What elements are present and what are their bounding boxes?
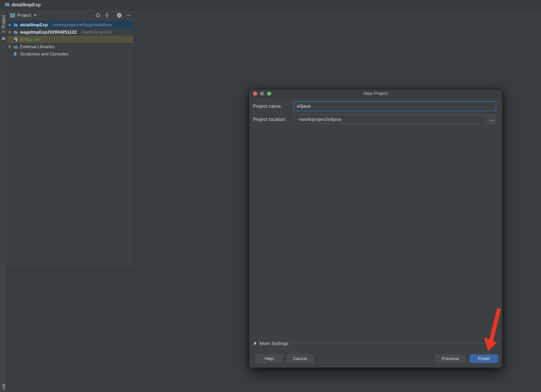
tool-button-structure-partial[interactable]: ure [0, 382, 7, 392]
help-button[interactable]: Help [256, 354, 282, 363]
tree-item-label: e9App.iml [20, 37, 40, 42]
tree-item-label: detailImpExp [20, 22, 48, 27]
cancel-button[interactable]: Cancel [286, 354, 313, 363]
browse-button[interactable]: ... [488, 114, 496, 124]
tree-item-label: wageImpExp202004251122 [20, 30, 77, 35]
expand-arrow-icon[interactable] [8, 23, 11, 26]
panel-header-toolbar [95, 10, 132, 21]
module-file-icon [13, 37, 18, 42]
expand-arrow-icon [254, 341, 257, 345]
finish-button[interactable]: Finish [470, 354, 498, 363]
expand-arrow-icon[interactable] [8, 45, 11, 48]
new-project-dialog: New Project Project name: Project locati… [249, 90, 502, 368]
project-panel-header: Project [7, 10, 134, 21]
project-location-label: Project location: [253, 117, 286, 122]
stripe-folder-icon [2, 37, 6, 41]
ide-titlebar: detailImpExp [0, 0, 541, 10]
close-window-icon[interactable] [253, 92, 257, 96]
tree-item-path: ~/work/project/e9App/detailImp [51, 22, 112, 27]
project-tree: detailImpExp ~/work/project/e9App/detail… [7, 21, 134, 57]
project-folder-icon [5, 2, 10, 7]
settings-gear-icon[interactable] [116, 12, 123, 18]
tree-row-external-libraries[interactable]: External Libraries [7, 43, 134, 50]
project-name-input[interactable] [294, 101, 496, 111]
project-view-label: Project [17, 13, 31, 18]
tree-row-detailimpexp[interactable]: detailImpExp ~/work/project/e9App/detail… [7, 21, 134, 28]
project-name-label: Project name: [253, 104, 282, 109]
window-title: detailImpExp [11, 2, 41, 8]
previous-button[interactable]: Previous [436, 354, 465, 363]
minimize-window-icon [260, 92, 264, 96]
tree-row-wageimpexp[interactable]: wageImpExp202004251122 ~/work/project/w [7, 28, 134, 36]
more-settings-expander[interactable]: More Settings [254, 341, 498, 346]
expand-arrow-icon[interactable] [8, 31, 11, 34]
project-view-selector[interactable]: Project [10, 13, 37, 18]
tree-item-label: Scratches and Consoles [20, 52, 68, 57]
tool-window-stripe [0, 10, 7, 392]
project-view-square-icon [10, 13, 15, 17]
chevron-down-icon [34, 14, 37, 16]
project-folder-icon [13, 30, 18, 34]
tree-row-e9app-iml[interactable]: e9App.iml [7, 36, 134, 43]
project-panel: Project [7, 10, 134, 267]
toolbar-separator [113, 12, 113, 18]
hide-panel-icon[interactable] [126, 12, 132, 18]
locate-icon[interactable] [95, 12, 101, 18]
tree-item-label: External Libraries [20, 44, 55, 49]
collapse-all-icon[interactable] [104, 12, 110, 18]
project-folder-icon [13, 23, 18, 27]
dialog-title: New Project [364, 91, 388, 96]
traffic-lights [253, 90, 271, 97]
zoom-window-icon[interactable] [267, 92, 271, 96]
tree-row-scratches[interactable]: Scratches and Consoles [7, 50, 134, 57]
tree-item-path: ~/work/project/w [80, 30, 112, 35]
project-location-input[interactable] [294, 115, 486, 124]
separator-line [293, 343, 498, 344]
ide-screen: detailImpExp 1: Project ure Project [0, 0, 541, 392]
dialog-titlebar[interactable]: New Project [249, 90, 502, 98]
scratches-icon [13, 52, 18, 56]
libraries-icon [13, 44, 18, 49]
more-settings-label: More Settings [260, 341, 288, 346]
tool-button-project[interactable]: 1: Project [0, 12, 7, 36]
